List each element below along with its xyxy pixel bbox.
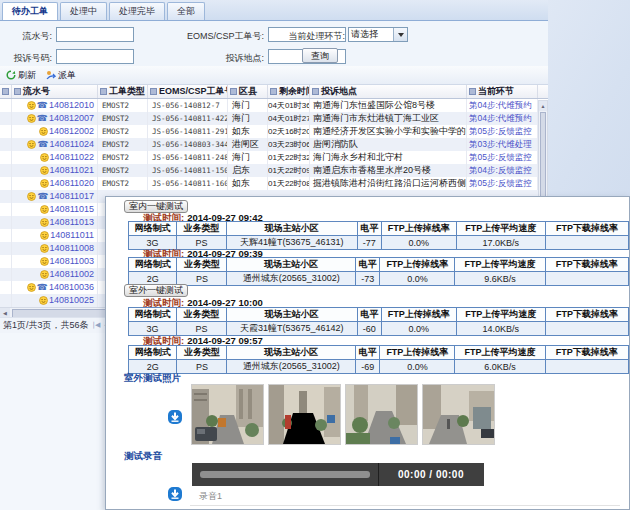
type-cell: EMOST2	[98, 125, 148, 138]
serial-link[interactable]: 140812010	[49, 99, 94, 112]
remaining-cell: 04天01时27分	[268, 112, 310, 125]
serial-link[interactable]: 140810025	[49, 294, 94, 307]
tab-pending-orders[interactable]: 待办工单	[2, 2, 58, 20]
serial-link[interactable]: 140811021	[50, 164, 94, 177]
table-header: 流水号 工单类型 EOMS/CSP工单号 区县 剩余时间 投诉地点 当前环节	[0, 85, 548, 99]
district-cell: 港闸区	[228, 138, 268, 151]
table-row[interactable]: 140811021 EMOST2 JS-056-140811-150 启东 01…	[0, 164, 548, 177]
serial-label: 流水号:	[0, 30, 52, 43]
district-cell: 如东	[228, 125, 268, 138]
test-photo-2[interactable]	[269, 385, 340, 444]
phone-icon: ☎	[37, 140, 48, 149]
smiley-icon	[40, 257, 49, 266]
district-cell: 海门	[228, 151, 268, 164]
header-eoms[interactable]: EOMS/CSP工单号	[148, 85, 228, 98]
header-district[interactable]: 区县	[228, 85, 268, 98]
smiley-icon	[40, 205, 49, 214]
district-cell: 海门	[228, 112, 268, 125]
remaining-cell: 04天01时36分	[268, 99, 310, 112]
smiley-icon	[27, 140, 36, 149]
table-row[interactable]: 140811020 EMOST2 JS-056-140811-160 如东 01…	[0, 177, 548, 190]
table-row[interactable]: 140812002 EMOST2 JS-056-140811-291 如东 02…	[0, 125, 548, 138]
first-page-button[interactable]: |◀	[93, 321, 101, 330]
audio-player[interactable]: 00:00 / 00:00	[192, 463, 484, 486]
serial-link[interactable]: 140810036	[49, 281, 94, 294]
header-type[interactable]: 工单类型	[98, 85, 148, 98]
complaint-location-label: 投诉地点:	[144, 52, 264, 65]
header-remaining[interactable]: 剩余时间	[268, 85, 310, 98]
remaining-cell: 01天22时08分	[268, 177, 310, 190]
location-cell: 南通经济开发区实验小学和实验中学的中间（老教...	[310, 125, 467, 138]
eoms-cell: JS-056-140811-422	[148, 112, 228, 125]
dispatch-button[interactable]: 派单	[46, 69, 76, 82]
recording-label: 录音1	[199, 490, 222, 503]
grid-toolbar: 刷新 派单	[0, 66, 548, 85]
download-audio-icon[interactable]	[167, 486, 183, 502]
serial-link[interactable]: 140811020	[50, 177, 94, 190]
smiley-icon	[39, 296, 48, 305]
step-label: 当前处理环节:	[282, 30, 345, 43]
serial-input[interactable]	[56, 27, 134, 42]
step-select[interactable]: 请选择	[348, 27, 408, 42]
smiley-icon	[27, 114, 36, 123]
smiley-icon	[40, 218, 49, 227]
serial-link[interactable]: 140811011	[50, 229, 94, 242]
table-row[interactable]: 140811022 EMOST2 JS-056-140811-248 海门 01…	[0, 151, 548, 164]
eoms-label: EOMS/CSP工单号:	[144, 30, 264, 43]
table-row[interactable]: ☎140811024 EMOST2 JS-056-140803-344 港闸区 …	[0, 138, 548, 151]
test-photo-1[interactable]	[192, 385, 263, 444]
smiley-icon	[27, 192, 36, 201]
chevron-down-icon[interactable]	[393, 28, 407, 41]
eoms-cell: JS-056-140811-291	[148, 125, 228, 138]
header-step[interactable]: 当前环节	[467, 85, 538, 98]
grid-icon	[100, 88, 107, 95]
step-link[interactable]: 第03步:代维处理	[467, 138, 538, 151]
header-location[interactable]: 投诉地点	[310, 85, 467, 98]
step-link[interactable]: 第04步:代维预约	[467, 99, 538, 112]
header-select[interactable]	[0, 85, 12, 98]
smiley-icon	[27, 283, 36, 292]
step-select-value: 请选择	[349, 28, 393, 41]
serial-link[interactable]: 140812007	[49, 112, 94, 125]
header-serial[interactable]: 流水号	[12, 85, 98, 98]
test-photo-3[interactable]	[346, 385, 417, 444]
serial-link[interactable]: 140811003	[50, 255, 94, 268]
serial-link[interactable]: 140811008	[50, 242, 94, 255]
step-link[interactable]: 第04步:反馈监控	[467, 164, 538, 177]
tab-processing[interactable]: 处理中	[60, 2, 107, 20]
serial-link[interactable]: 140811015	[50, 203, 94, 216]
location-cell: 南通海门市东灶港镇丁海工业区	[310, 112, 467, 125]
refresh-button[interactable]: 刷新	[6, 69, 36, 82]
audio-progress-track[interactable]	[200, 471, 370, 478]
indoor-test-table-1: 网络制式业务类型现场主站小区电平FTP上传掉线率FTP上传平均速度FTP下载掉线…	[128, 221, 629, 250]
table-row[interactable]: ☎140812007 EMOST2 JS-056-140811-422 海门 0…	[0, 112, 548, 125]
complaint-phone-input[interactable]	[56, 49, 134, 64]
serial-link[interactable]: 140811017	[50, 190, 94, 203]
serial-link[interactable]: 140811002	[50, 268, 94, 281]
serial-link[interactable]: 140811022	[50, 151, 94, 164]
serial-link[interactable]: 140812002	[49, 125, 94, 138]
tab-all[interactable]: 全部	[167, 2, 205, 20]
table-row[interactable]: ☎140812010 EMOST2 JS-056-140812-7 海门 04天…	[0, 99, 548, 112]
query-button[interactable]: 查询	[302, 48, 338, 63]
serial-link[interactable]: 140811013	[50, 216, 94, 229]
serial-link[interactable]: 140811024	[50, 138, 94, 151]
smiley-icon	[40, 166, 49, 175]
phone-icon: ☎	[37, 192, 48, 201]
step-link[interactable]: 第05步:反馈监控	[467, 151, 538, 164]
download-photos-icon[interactable]	[167, 409, 183, 425]
smiley-icon	[40, 270, 49, 279]
smiley-icon	[40, 244, 49, 253]
outdoor-test-button[interactable]: 室外一键测试	[124, 284, 188, 297]
step-link[interactable]: 第05步:反馈监控	[467, 125, 538, 138]
scroll-up-icon[interactable]: ▲	[539, 101, 547, 111]
screen: 待办工单 处理中 处理完毕 全部 流水号: EOMS/CSP工单号: 当前处理环…	[0, 0, 630, 510]
step-link[interactable]: 第05步:反馈监控	[467, 177, 538, 190]
type-cell: EMOST2	[98, 151, 148, 164]
tab-completed[interactable]: 处理完毕	[109, 2, 165, 20]
grid-icon	[270, 88, 277, 95]
step-link[interactable]: 第04步:代维预约	[467, 112, 538, 125]
type-cell: EMOST2	[98, 138, 148, 151]
pagination-text: 第1页/共3页，共56条	[3, 319, 89, 332]
test-photo-4[interactable]	[423, 385, 494, 444]
